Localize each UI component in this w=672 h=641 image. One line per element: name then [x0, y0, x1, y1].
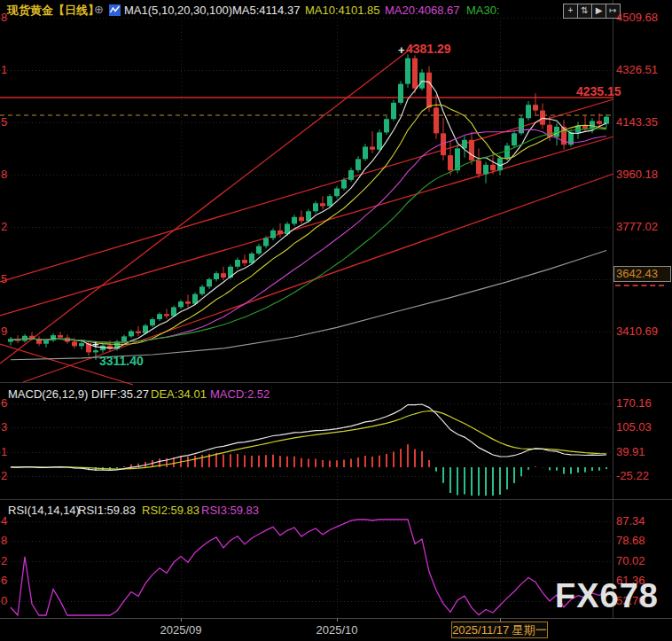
pan-icon[interactable]: + [563, 4, 578, 19]
yaxis-tick-label: 3777.02 [616, 220, 658, 233]
yaxis-tick-label: 170.16 [616, 396, 652, 410]
clipped-left-tick-label: 5 [1, 272, 7, 285]
yaxis-tick-label: -25.22 [616, 469, 649, 482]
macd-diff-value: DIFF:35.27 [91, 387, 149, 402]
trading-chart-window: 现货黄金【日线】 ⊕ MA1(5,10,20,30,100) MA5:4114.… [0, 0, 672, 641]
price-alert-badge[interactable]: 3642.43 [613, 266, 671, 282]
clipped-left-tick-label: 2 [1, 554, 7, 567]
macd-params-label: MACD(26,12,9) [8, 387, 88, 402]
clipped-left-tick-label: 0 [1, 594, 7, 607]
clipped-left-tick-label: 1 [1, 445, 7, 458]
ma-params-label: MA1(5,10,20,30,100) [124, 4, 232, 18]
clipped-left-tick-label: 8 [1, 534, 7, 547]
yaxis-tick-label: 39.91 [616, 445, 645, 458]
xaxis-label-september: 2025/09 [156, 623, 206, 637]
macd-value: MACD:2.52 [210, 387, 270, 402]
yaxis-tick-label: 87.34 [616, 514, 645, 528]
clipped-left-tick-label: 8 [1, 11, 7, 24]
macd-dea-value: DEA:34.01 [151, 387, 207, 402]
rsi1-value: RSI1:59.83 [78, 504, 136, 518]
clipped-left-tick-label: 6 [1, 396, 7, 410]
yaxis-tick-label: 105.03 [616, 420, 652, 434]
play-to-latest-icon[interactable]: ▶ [591, 4, 606, 19]
rsi3-value: RSI3:59.83 [201, 504, 259, 518]
circle-plus-icon[interactable]: ⊕ [94, 3, 104, 17]
xaxis-label-october: 2025/10 [312, 623, 362, 637]
low-price-annotation: 3311.40 [99, 354, 144, 368]
yaxis-tick-label: 4326.51 [616, 63, 658, 76]
clipped-left-tick-label: 8 [1, 168, 7, 181]
resistance-price-annotation: 4235.15 [576, 84, 621, 98]
clipped-left-tick-label: 1 [1, 63, 7, 76]
yaxis-tick-label: 3960.18 [616, 168, 658, 181]
clipped-left-tick-label: 3 [1, 420, 7, 434]
rsi-params-label: RSI(14,14,14) [8, 504, 80, 518]
fx678-watermark: FX678 [555, 577, 659, 615]
yaxis-tick-label: 3410.69 [616, 324, 658, 338]
labels-layer: 现货黄金【日线】 ⊕ MA1(5,10,20,30,100) MA5:4114.… [0, 0, 672, 641]
hidden-axis-label-dashes [615, 285, 664, 286]
yaxis-tick-label: 4509.68 [616, 11, 658, 24]
clipped-left-tick-label: 2 [1, 220, 7, 233]
low-cross-marker: + [92, 338, 99, 351]
clipped-left-tick-label: 9 [1, 324, 7, 338]
peak-cross-marker: + [398, 43, 405, 57]
fit-vertical-icon[interactable]: ⇅ [577, 4, 592, 19]
yaxis-tick-label: 70.02 [616, 554, 645, 567]
rsi2-value: RSI2:59.83 [142, 504, 199, 518]
yaxis-tick-label: 78.68 [616, 534, 645, 547]
clipped-left-tick-label: 5 [1, 115, 7, 129]
mini-chart-icon[interactable] [109, 4, 121, 16]
clipped-left-tick-label: 2 [1, 469, 7, 482]
current-date-badge: 2025/11/17 星期一 [451, 621, 548, 638]
ma30-value: MA30: [466, 4, 500, 18]
ma5-value: MA5:4114.37 [232, 4, 300, 18]
clipped-left-tick-label: 4 [1, 514, 7, 528]
clipped-left-tick-label: 6 [1, 574, 7, 587]
ma20-value: MA20:4068.67 [385, 4, 460, 18]
ma10-value: MA10:4101.85 [305, 4, 380, 18]
peak-price-annotation: 4381.29 [406, 42, 451, 56]
yaxis-tick-label: 4143.35 [616, 115, 658, 129]
symbol-title[interactable]: 现货黄金【日线】 [7, 4, 99, 18]
